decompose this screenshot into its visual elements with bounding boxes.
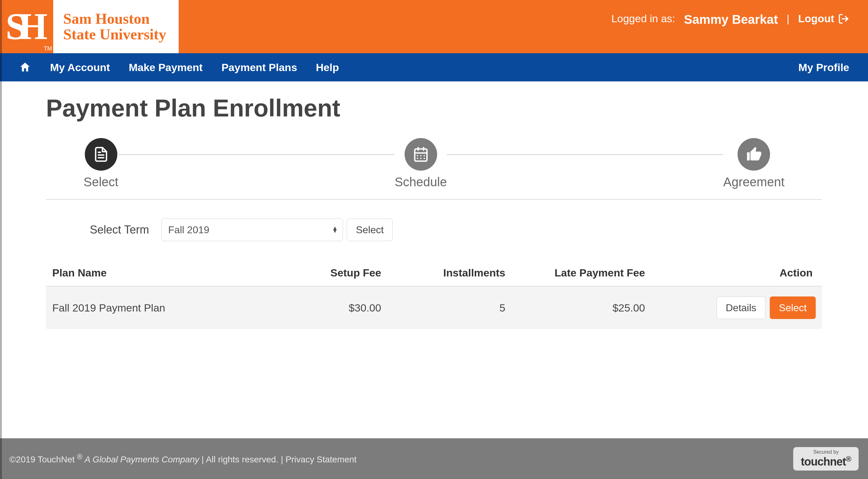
main-container: Payment Plan Enrollment Select Schedule bbox=[46, 81, 822, 329]
logout-label: Logout bbox=[798, 12, 834, 25]
sign-out-icon bbox=[838, 13, 849, 24]
top-header: SH TM Sam Houston State University Logge… bbox=[0, 0, 868, 53]
cell-setup-fee: $30.00 bbox=[294, 286, 388, 329]
step-line-2 bbox=[447, 154, 723, 155]
cell-plan-name: Fall 2019 Payment Plan bbox=[46, 286, 294, 329]
privacy-link[interactable]: Privacy Statement bbox=[285, 455, 356, 464]
footer-gp: A Global Payments Company bbox=[82, 455, 199, 464]
main-nav: My Account Make Payment Payment Plans He… bbox=[0, 53, 868, 81]
table-header-row: Plan Name Setup Fee Installments Late Pa… bbox=[46, 260, 822, 286]
touchnet-badge[interactable]: Secured by touchnet® bbox=[793, 447, 859, 471]
footer: ©2019 TouchNet ® A Global Payments Compa… bbox=[0, 438, 868, 479]
user-area: Logged in as: Sammy Bearkat | Logout bbox=[612, 0, 868, 53]
thumbs-up-icon bbox=[746, 146, 762, 162]
select-plan-button[interactable]: Select bbox=[770, 297, 816, 319]
th-installments: Installments bbox=[388, 260, 512, 286]
logo-monogram[interactable]: SH TM bbox=[0, 0, 53, 53]
home-icon[interactable] bbox=[19, 61, 31, 73]
th-plan-name: Plan Name bbox=[46, 260, 294, 286]
logo-line1: Sam Houston bbox=[63, 11, 166, 27]
row-action-buttons: Details Select bbox=[717, 297, 816, 319]
term-label: Select Term bbox=[90, 223, 149, 236]
logo-tm: TM bbox=[44, 46, 52, 52]
window-left-shadow bbox=[0, 0, 2, 479]
term-select[interactable]: Fall 2019 ▲▼ bbox=[161, 218, 343, 241]
step-select-circle bbox=[85, 138, 117, 171]
user-divider: | bbox=[787, 12, 789, 25]
term-row: Select Term Fall 2019 ▲▼ Select bbox=[46, 200, 822, 260]
page-title: Payment Plan Enrollment bbox=[46, 94, 822, 122]
step-select: Select bbox=[84, 138, 118, 189]
logo-block: SH TM Sam Houston State University bbox=[0, 0, 179, 53]
nav-make-payment[interactable]: Make Payment bbox=[129, 61, 203, 73]
progress-stepper: Select Schedule Agreement bbox=[46, 138, 822, 189]
nav-payment-plans[interactable]: Payment Plans bbox=[221, 61, 297, 73]
step-agreement: Agreement bbox=[723, 138, 784, 189]
step-agreement-label: Agreement bbox=[723, 175, 784, 189]
logo-text[interactable]: Sam Houston State University bbox=[53, 0, 179, 53]
step-schedule-label: Schedule bbox=[395, 175, 447, 189]
term-select-button[interactable]: Select bbox=[347, 218, 393, 241]
details-button[interactable]: Details bbox=[717, 297, 765, 319]
th-setup-fee: Setup Fee bbox=[294, 260, 388, 286]
logged-in-label: Logged in as: bbox=[612, 12, 675, 25]
footer-reg: ® bbox=[77, 453, 82, 461]
footer-rights: | All rights reserved. | bbox=[199, 455, 285, 464]
step-schedule-circle bbox=[405, 138, 437, 171]
nav-my-account[interactable]: My Account bbox=[50, 61, 110, 73]
cell-late-fee: $25.00 bbox=[512, 286, 651, 329]
nav-help[interactable]: Help bbox=[316, 61, 339, 73]
footer-copyright-prefix: ©2019 TouchNet bbox=[9, 455, 77, 464]
step-line-1 bbox=[118, 154, 395, 155]
nav-right: My Profile bbox=[799, 61, 849, 73]
nav-my-profile[interactable]: My Profile bbox=[799, 61, 849, 73]
badge-small: Secured by bbox=[813, 450, 839, 455]
plans-table: Plan Name Setup Fee Installments Late Pa… bbox=[46, 260, 822, 329]
select-caret-icon: ▲▼ bbox=[332, 227, 338, 233]
table-row: Fall 2019 Payment Plan $30.00 5 $25.00 D… bbox=[46, 286, 822, 329]
footer-left: ©2019 TouchNet ® A Global Payments Compa… bbox=[9, 453, 357, 465]
term-selected-value: Fall 2019 bbox=[168, 224, 209, 236]
th-action: Action bbox=[651, 260, 822, 286]
term-select-group: Fall 2019 ▲▼ Select bbox=[161, 218, 393, 241]
calendar-icon bbox=[413, 146, 429, 162]
logo-monogram-sh: SH bbox=[6, 5, 48, 48]
logo-line2: State University bbox=[63, 27, 166, 42]
user-name-link[interactable]: Sammy Bearkat bbox=[684, 12, 778, 27]
cell-action: Details Select bbox=[651, 286, 822, 329]
step-agreement-circle bbox=[738, 138, 770, 171]
cell-installments: 5 bbox=[388, 286, 512, 329]
badge-brand: touchnet® bbox=[801, 455, 851, 468]
th-late-fee: Late Payment Fee bbox=[512, 260, 651, 286]
logout-link[interactable]: Logout bbox=[798, 12, 849, 25]
step-schedule: Schedule bbox=[395, 138, 447, 189]
step-select-label: Select bbox=[84, 175, 118, 189]
document-icon bbox=[93, 146, 109, 162]
nav-left: My Account Make Payment Payment Plans He… bbox=[19, 61, 339, 73]
